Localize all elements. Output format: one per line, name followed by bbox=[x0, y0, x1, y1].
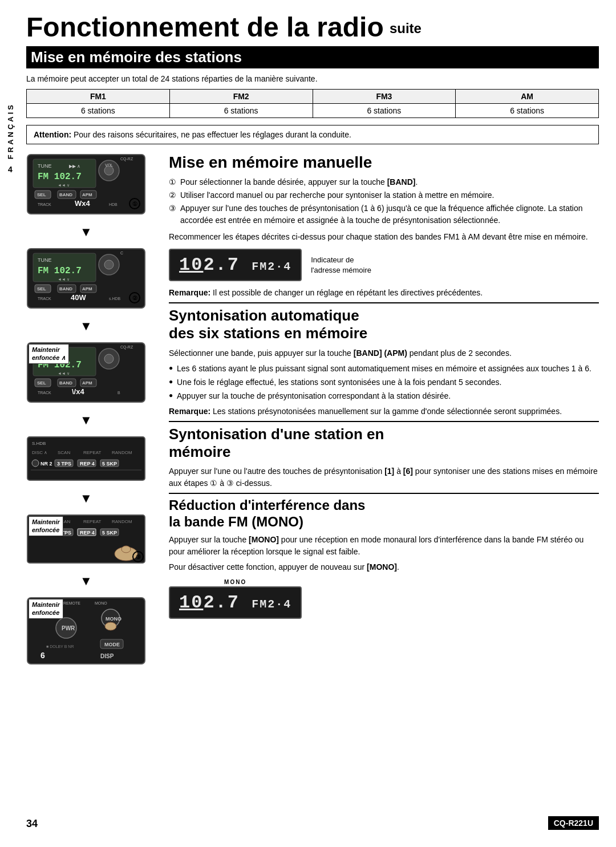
svg-text:HDB: HDB bbox=[109, 202, 117, 206]
svg-text:SEL: SEL bbox=[37, 286, 46, 291]
table-cell-fm1: 6 stations bbox=[27, 104, 170, 118]
svg-text:TRACK: TRACK bbox=[38, 297, 51, 301]
svg-text:\/x4: \/x4 bbox=[72, 387, 84, 396]
reduction-body1: Appuyer sur la touche [MONO] pour une ré… bbox=[169, 534, 599, 558]
list-item: ③ Appuyer sur l'une des touches de présy… bbox=[169, 202, 599, 226]
table-cell-fm2: 6 stations bbox=[169, 104, 313, 118]
synto-auto-bullets: Les 6 stations ayant le plus puissant si… bbox=[169, 363, 599, 402]
arrow-down-2 bbox=[26, 319, 146, 334]
svg-text:REPEAT: REPEAT bbox=[83, 519, 102, 524]
svg-text:B: B bbox=[117, 391, 120, 395]
freq-display-wrapper: 102.7 FM2·4 Indicateur de l'adresse mémo… bbox=[169, 249, 599, 281]
table-header-am: AM bbox=[456, 90, 599, 104]
manuelle-continuation: Recommencer les étapes décrites ci-dessu… bbox=[169, 231, 599, 243]
svg-text:PWR: PWR bbox=[62, 625, 75, 631]
synto-auto-intro: Sélectionner une bande, puis appuyer sur… bbox=[169, 347, 599, 359]
table-header-fm3: FM3 bbox=[313, 90, 456, 104]
freq-display-mono: 102.7 FM2·4 bbox=[169, 586, 302, 619]
svg-text:CQ-RZ: CQ-RZ bbox=[120, 345, 133, 350]
sidebar-language-label: FRANÇAIS bbox=[7, 103, 14, 159]
svg-text:SEL: SEL bbox=[37, 380, 46, 386]
title-suite: suite bbox=[390, 21, 422, 36]
svg-text:▶▶ ∧: ▶▶ ∧ bbox=[69, 164, 80, 169]
main-content: Fonctionnement de la radio suite Mise en… bbox=[21, 0, 616, 847]
svg-text:REP 4: REP 4 bbox=[80, 461, 95, 467]
svg-text:S.HDB: S.HDB bbox=[32, 441, 46, 446]
svg-text:◄◄ ∨: ◄◄ ∨ bbox=[58, 183, 70, 187]
stations-subtitle: La mémoire peut accepter un total de 24 … bbox=[26, 74, 599, 83]
svg-text:s.HDB: s.HDB bbox=[109, 297, 121, 301]
device-image-5: Maintenirenfoncée DISC ∧ SCAN REPEAT RAN… bbox=[26, 514, 146, 566]
device-image-6: Maintenirenfoncée REMOTE MONO MONO PWR bbox=[26, 597, 146, 667]
svg-text:CQ-RZ: CQ-RZ bbox=[120, 157, 133, 161]
table-cell-am: 6 stations bbox=[456, 104, 599, 118]
section-title-reduction: Réduction d'interférence dans la bande F… bbox=[169, 497, 599, 530]
maintenir-label-5: Maintenirenfoncée bbox=[29, 516, 63, 536]
reduction-body2: Pour désactiver cette fonction, appuyer … bbox=[169, 561, 599, 573]
svg-text:MODE: MODE bbox=[104, 642, 120, 647]
synto-station-body: Appuyer sur l'une ou l'autre des touches… bbox=[169, 465, 599, 489]
svg-text:TUNE: TUNE bbox=[38, 257, 52, 263]
svg-text:RANDOM: RANDOM bbox=[112, 450, 132, 455]
svg-point-98 bbox=[105, 622, 116, 630]
list-item: Une fois le réglage effectué, les statio… bbox=[169, 376, 599, 388]
svg-text:◄◄ ∨: ◄◄ ∨ bbox=[58, 371, 70, 375]
mono-label: MONO bbox=[224, 579, 246, 585]
stations-table: FM1 FM2 FM3 AM 6 stations 6 stations 6 s… bbox=[26, 89, 599, 118]
arrow-down-1 bbox=[26, 225, 146, 240]
table-data-row: 6 stations 6 stations 6 stations 6 stati… bbox=[27, 104, 599, 118]
svg-text:5 SKP: 5 SKP bbox=[102, 461, 117, 467]
arrow-down-4 bbox=[26, 491, 146, 506]
freq-display-mono-wrapper: MONO 102.7 FM2·4 bbox=[169, 579, 599, 619]
device-image-4: S.HDB DISC ∧ SCAN REPEAT RANDOM NR 2 3 T… bbox=[26, 436, 146, 483]
list-item: ① Pour sélectionner la bande désirée, ap… bbox=[169, 176, 599, 188]
freq-display: 102.7 FM2·4 bbox=[169, 249, 302, 281]
list-item: ② Utiliser l'accord manuel ou par recher… bbox=[169, 189, 599, 201]
title-main: Fonctionnement de la radio bbox=[26, 12, 384, 42]
list-item: Les 6 stations ayant le plus puissant si… bbox=[169, 363, 599, 375]
manuelle-steps-list: ① Pour sélectionner la bande désirée, ap… bbox=[169, 176, 599, 226]
svg-text:REMOTE: REMOTE bbox=[63, 601, 80, 605]
svg-text:◄◄ ∨: ◄◄ ∨ bbox=[58, 277, 70, 281]
device-image-1: TUNE FM 102.7 VOL SEL BAND bbox=[26, 153, 146, 217]
svg-text:APM: APM bbox=[82, 286, 92, 291]
svg-text:TRACK: TRACK bbox=[38, 202, 51, 206]
sidebar: FRANÇAIS 4 bbox=[0, 0, 21, 847]
svg-text:C: C bbox=[120, 251, 123, 255]
section-title-synto-auto: Syntonisation automatique des six statio… bbox=[169, 307, 599, 342]
table-header-fm1: FM1 bbox=[27, 90, 170, 104]
svg-point-85 bbox=[121, 546, 131, 553]
svg-text:BAND: BAND bbox=[59, 192, 72, 197]
svg-text:DISP: DISP bbox=[100, 653, 114, 659]
svg-text:REP 4: REP 4 bbox=[80, 530, 95, 536]
svg-text:FM 102.7: FM 102.7 bbox=[38, 172, 82, 182]
svg-text:APM: APM bbox=[82, 192, 92, 197]
svg-text:②: ② bbox=[132, 295, 137, 301]
svg-text:■ DOLBY B NR: ■ DOLBY B NR bbox=[46, 645, 74, 649]
svg-text:6: 6 bbox=[40, 651, 45, 660]
freq-display-label: Indicateur de l'adresse mémoire bbox=[311, 255, 371, 275]
svg-text:Wx4: Wx4 bbox=[75, 199, 91, 208]
svg-text:3 TPS: 3 TPS bbox=[57, 461, 71, 467]
svg-text:SCAN: SCAN bbox=[58, 450, 70, 455]
svg-point-44 bbox=[104, 354, 114, 363]
manuelle-remark: Remarque: Il est possible de changer un … bbox=[169, 287, 599, 299]
device-image-2: TUNE FM 102.7 SEL BAND APM TRACK 40W s.H… bbox=[26, 248, 146, 311]
device-image-3: Maintenirenfoncée ∧ FM 102.7 SEL BAND AP… bbox=[26, 342, 146, 405]
svg-text:NR 2: NR 2 bbox=[40, 461, 52, 467]
svg-text:①: ① bbox=[132, 201, 137, 207]
model-name: CQ-R221U bbox=[548, 816, 599, 830]
svg-text:REPEAT: REPEAT bbox=[83, 450, 102, 455]
maintenir-label-6: Maintenirenfoncée bbox=[29, 599, 63, 619]
section-title-manuelle: Mise en mémoire manuelle bbox=[169, 153, 599, 172]
attention-text: Pour des raisons sécuritaires, ne pas ef… bbox=[71, 130, 351, 139]
svg-text:BAND: BAND bbox=[59, 380, 72, 386]
svg-text:TRACK: TRACK bbox=[38, 391, 51, 395]
section-title-synto-station: Syntonisation d'une station en mémoire bbox=[169, 425, 599, 461]
svg-text:RANDOM: RANDOM bbox=[112, 519, 132, 524]
svg-point-26 bbox=[104, 260, 114, 269]
page-number: 34 bbox=[26, 818, 38, 830]
freq-display-mono-container: MONO 102.7 FM2·4 bbox=[169, 579, 302, 619]
svg-text:MONO: MONO bbox=[106, 616, 121, 622]
svg-text:BAND: BAND bbox=[59, 286, 72, 291]
